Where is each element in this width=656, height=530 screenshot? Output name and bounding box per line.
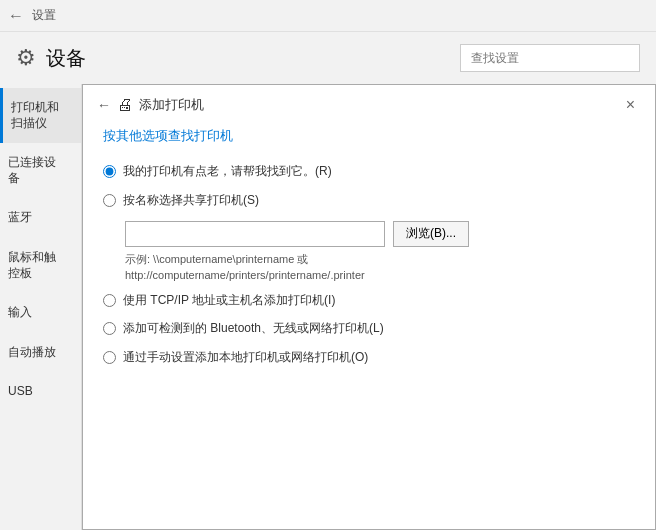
- hint-line1: 示例: \\computername\printername 或: [125, 253, 308, 265]
- dialog-header-left: ← 🖨 添加打印机: [97, 96, 204, 114]
- hint-line2: http://computername/printers/printername…: [125, 269, 365, 281]
- title-bar-text: 设置: [32, 7, 56, 24]
- sidebar-item-connected-devices[interactable]: 已连接设备: [0, 143, 81, 198]
- gear-icon: ⚙: [16, 45, 36, 71]
- radio-item-manual: 通过手动设置添加本地打印机或网络打印机(O): [103, 349, 635, 366]
- main-area: 打印机和扫描仪 已连接设备 蓝牙 鼠标和触控板 输入 自动播放 USB ← 🖨 …: [0, 84, 656, 530]
- radio-bluetooth[interactable]: [103, 322, 116, 335]
- browse-button[interactable]: 浏览(B)...: [393, 221, 469, 247]
- sidebar: 打印机和扫描仪 已连接设备 蓝牙 鼠标和触控板 输入 自动播放 USB: [0, 84, 82, 530]
- title-bar-back-button[interactable]: ←: [8, 7, 24, 25]
- sidebar-item-input[interactable]: 输入: [0, 293, 81, 333]
- dialog-header: ← 🖨 添加打印机 ×: [83, 85, 655, 121]
- radio-old-printer-label: 我的打印机有点老，请帮我找到它。(R): [123, 163, 332, 180]
- share-printer-section: 浏览(B)... 示例: \\computername\printername …: [125, 221, 635, 284]
- settings-title-area: ⚙ 设备: [16, 45, 86, 72]
- sidebar-item-autoplay[interactable]: 自动播放: [0, 333, 81, 373]
- add-printer-dialog: ← 🖨 添加打印机 × 按其他选项查找打印机 我的打印机有点老，请帮我找到它。(…: [82, 84, 656, 530]
- dialog-close-button[interactable]: ×: [620, 95, 641, 115]
- dialog-body: 按其他选项查找打印机 我的打印机有点老，请帮我找到它。(R) 按名称选择共享打印…: [83, 121, 655, 394]
- search-input[interactable]: [460, 44, 640, 72]
- find-printer-link[interactable]: 按其他选项查找打印机: [103, 127, 233, 145]
- sidebar-item-printers[interactable]: 打印机和扫描仪: [0, 88, 81, 143]
- radio-manual[interactable]: [103, 351, 116, 364]
- radio-item-bluetooth: 添加可检测到的 Bluetooth、无线或网络打印机(L): [103, 320, 635, 337]
- sidebar-item-mouse[interactable]: 鼠标和触控板: [0, 238, 81, 293]
- radio-old-printer[interactable]: [103, 165, 116, 178]
- page-title: 设备: [46, 45, 86, 72]
- radio-share-printer-label: 按名称选择共享打印机(S): [123, 192, 259, 209]
- sidebar-item-bluetooth[interactable]: 蓝牙: [0, 198, 81, 238]
- sidebar-item-usb[interactable]: USB: [0, 372, 81, 412]
- content-area: ← 🖨 添加打印机 × 按其他选项查找打印机 我的打印机有点老，请帮我找到它。(…: [82, 84, 656, 530]
- settings-header: ⚙ 设备: [0, 32, 656, 84]
- radio-manual-label: 通过手动设置添加本地打印机或网络打印机(O): [123, 349, 368, 366]
- printer-icon: 🖨: [117, 96, 133, 114]
- share-printer-input[interactable]: [125, 221, 385, 247]
- radio-tcp-ip-label: 使用 TCP/IP 地址或主机名添加打印机(I): [123, 292, 335, 309]
- radio-tcp-ip[interactable]: [103, 294, 116, 307]
- radio-bluetooth-label: 添加可检测到的 Bluetooth、无线或网络打印机(L): [123, 320, 384, 337]
- radio-group: 我的打印机有点老，请帮我找到它。(R) 按名称选择共享打印机(S) 浏览(B).…: [103, 163, 635, 378]
- share-input-row: 浏览(B)...: [125, 221, 635, 247]
- dialog-back-button[interactable]: ←: [97, 97, 111, 113]
- title-bar: ← 设置: [0, 0, 656, 32]
- radio-item-share-printer: 按名称选择共享打印机(S): [103, 192, 635, 209]
- hint-text: 示例: \\computername\printername 或 http://…: [125, 251, 635, 284]
- radio-item-old-printer: 我的打印机有点老，请帮我找到它。(R): [103, 163, 635, 180]
- radio-share-printer[interactable]: [103, 194, 116, 207]
- dialog-title: 添加打印机: [139, 96, 204, 114]
- radio-item-tcp-ip: 使用 TCP/IP 地址或主机名添加打印机(I): [103, 292, 635, 309]
